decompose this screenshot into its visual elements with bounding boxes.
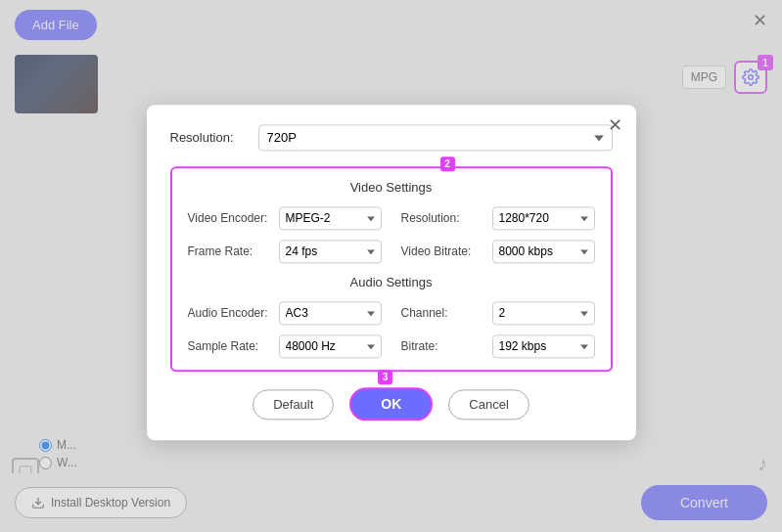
- resolution-row: Resolution: 720P 1080P 480P: [170, 124, 613, 151]
- audio-encoder-row: Audio Encoder: AC3: [188, 301, 382, 325]
- ok-button[interactable]: OK: [349, 387, 433, 421]
- channel-row: Channel: 2: [401, 301, 595, 325]
- video-settings-title: Video Settings: [188, 180, 595, 195]
- settings-box: Video Settings Video Encoder: MPEG-2 Res…: [170, 166, 613, 372]
- video-encoder-label: Video Encoder:: [188, 211, 271, 225]
- settings-modal: ✕ 2 Resolution: 720P 1080P 480P Video Se…: [147, 105, 636, 440]
- resolution-label: Resolution:: [170, 130, 249, 145]
- bitrate-select[interactable]: 192 kbps: [492, 334, 595, 358]
- badge-2: 2: [440, 156, 455, 171]
- frame-rate-select[interactable]: 24 fps: [279, 240, 382, 263]
- frame-rate-row: Frame Rate: 24 fps: [188, 240, 382, 263]
- audio-encoder-label: Audio Encoder:: [188, 306, 271, 320]
- video-settings-grid: Video Encoder: MPEG-2 Resolution: 1280*7…: [188, 206, 595, 263]
- resolution-row-2: Resolution: 1280*720: [401, 206, 595, 230]
- channel-label: Channel:: [401, 306, 484, 320]
- bitrate-label: Bitrate:: [401, 339, 484, 353]
- audio-encoder-select[interactable]: AC3: [279, 301, 382, 325]
- channel-select[interactable]: 2: [492, 301, 595, 325]
- sample-rate-label: Sample Rate:: [188, 339, 271, 353]
- video-encoder-select[interactable]: MPEG-2: [279, 206, 382, 230]
- sample-rate-row: Sample Rate: 48000 Hz: [188, 334, 382, 358]
- badge-3: 3: [378, 370, 392, 384]
- video-bitrate-select[interactable]: 8000 kbps: [492, 240, 595, 263]
- video-bitrate-label: Video Bitrate:: [401, 244, 484, 258]
- modal-footer: 3 Default OK Cancel: [170, 387, 613, 421]
- resolution-label-2: Resolution:: [401, 211, 484, 225]
- cancel-button[interactable]: Cancel: [448, 389, 529, 420]
- bitrate-row: Bitrate: 192 kbps: [401, 334, 595, 358]
- audio-settings-grid: Audio Encoder: AC3 Channel: 2 Sample Rat…: [188, 301, 595, 358]
- video-encoder-row: Video Encoder: MPEG-2: [188, 206, 382, 230]
- resolution-select-2[interactable]: 1280*720: [492, 206, 595, 230]
- audio-settings-title: Audio Settings: [188, 275, 595, 289]
- sample-rate-select[interactable]: 48000 Hz: [279, 334, 382, 358]
- video-bitrate-row: Video Bitrate: 8000 kbps: [401, 240, 595, 263]
- frame-rate-label: Frame Rate:: [188, 244, 271, 258]
- default-button[interactable]: Default: [253, 389, 334, 420]
- modal-close-button[interactable]: ✕: [608, 114, 622, 136]
- resolution-select[interactable]: 720P 1080P 480P: [258, 124, 613, 151]
